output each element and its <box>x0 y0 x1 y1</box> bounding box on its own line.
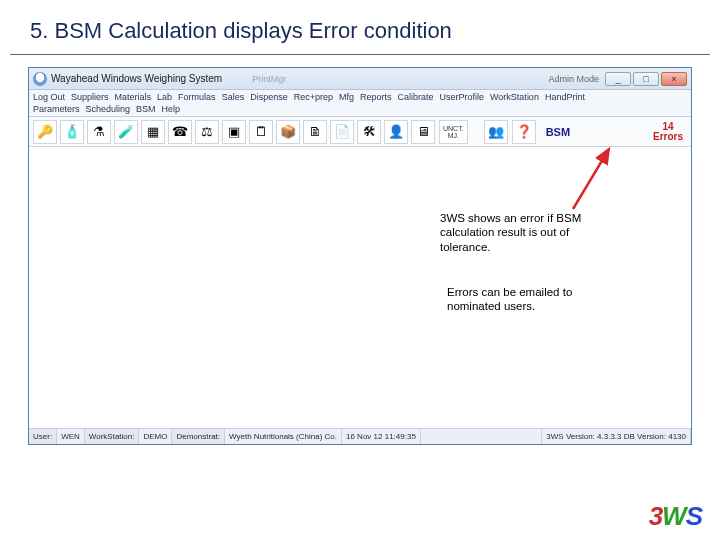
titlebar: Wayahead Windows Weighing System PrintMg… <box>29 68 691 90</box>
titlebar-faded: PrintMgr <box>252 74 286 84</box>
users-icon[interactable]: 👥 <box>484 120 508 144</box>
statusbar: User: WEN WorkStation: DEMO Demonstrat: … <box>29 428 691 444</box>
error-label: Errors <box>653 132 683 142</box>
help-icon[interactable]: ❓ <box>512 120 536 144</box>
status-user-value: WEN <box>57 429 85 444</box>
arrow-annotation <box>561 143 621 213</box>
menu-item-handprint[interactable]: HandPrint <box>545 92 585 102</box>
person-icon[interactable]: 👤 <box>384 120 408 144</box>
slide-title: 5. BSM Calculation displays Error condit… <box>10 0 710 55</box>
window-icon[interactable]: ▣ <box>222 120 246 144</box>
menu-item-calibrate[interactable]: Calibrate <box>397 92 433 102</box>
menu-item-parameters[interactable]: Parameters <box>33 104 80 114</box>
status-user-label: User: <box>29 429 57 444</box>
error-indicator[interactable]: 14 Errors <box>649 122 687 142</box>
unct-line1: UNCT. <box>443 125 464 132</box>
close-button[interactable]: × <box>661 72 687 86</box>
table-icon[interactable]: ▦ <box>141 120 165 144</box>
content-area: 3WS shows an error if BSM calculation re… <box>29 147 691 439</box>
monitor-icon[interactable]: 🖥 <box>411 120 435 144</box>
menu-item-lab[interactable]: Lab <box>157 92 172 102</box>
menu-item-workstation[interactable]: WorkStation <box>490 92 539 102</box>
menu-item-mfg[interactable]: Mfg <box>339 92 354 102</box>
menu-item-userprofile[interactable]: UserProfile <box>440 92 485 102</box>
menu-item-bsm[interactable]: BSM <box>136 104 156 114</box>
status-ws-label: WorkStation: <box>85 429 140 444</box>
titlebar-right-text: Admin Mode <box>548 74 599 84</box>
menu-item-rec-prep[interactable]: Rec+prep <box>294 92 333 102</box>
box-icon[interactable]: 📦 <box>276 120 300 144</box>
menu-item-log-out[interactable]: Log Out <box>33 92 65 102</box>
scale-icon[interactable]: ⚖ <box>195 120 219 144</box>
callout-2: Errors can be emailed to nominated users… <box>447 285 615 314</box>
error-count: 14 <box>653 122 683 132</box>
phone-icon[interactable]: ☎ <box>168 120 192 144</box>
menu-row-1: Log OutSuppliersMaterialsLabFormulasSale… <box>33 92 687 104</box>
key-icon[interactable]: 🔑 <box>33 120 57 144</box>
status-db-value: Wyeth Nutritionals (China) Co. <box>225 429 342 444</box>
menu-item-suppliers[interactable]: Suppliers <box>71 92 109 102</box>
status-db-label: Demonstrat: <box>172 429 225 444</box>
menu-item-reports[interactable]: Reports <box>360 92 392 102</box>
menu-item-formulas[interactable]: Formulas <box>178 92 216 102</box>
bsm-label: BSM <box>540 126 576 138</box>
status-ws-value: DEMO <box>139 429 172 444</box>
bottle-icon[interactable]: 🧴 <box>60 120 84 144</box>
status-time: 16 Nov 12 11:49:35 <box>342 429 421 444</box>
app-icon <box>33 72 47 86</box>
unct-line2: MJ. <box>448 132 459 139</box>
menubar: Log OutSuppliersMaterialsLabFormulasSale… <box>29 90 691 117</box>
doc-icon[interactable]: 🗎 <box>303 120 327 144</box>
flask-icon[interactable]: ⚗ <box>87 120 111 144</box>
svg-line-0 <box>573 149 609 209</box>
menu-item-sales[interactable]: Sales <box>222 92 245 102</box>
report-icon[interactable]: 📄 <box>330 120 354 144</box>
menu-item-materials[interactable]: Materials <box>115 92 152 102</box>
status-version: 3WS Version: 4.3.3.3 DB Version: 4130 <box>542 429 691 444</box>
toolbar: 🔑🧴⚗🧪▦☎⚖▣🗒📦🗎📄🛠👤🖥 UNCT. MJ. 👥 ❓ BSM 14 Err… <box>29 117 691 147</box>
window-title: Wayahead Windows Weighing System <box>51 73 222 84</box>
minimize-button[interactable]: _ <box>605 72 631 86</box>
form-icon[interactable]: 🗒 <box>249 120 273 144</box>
maximize-button[interactable]: □ <box>633 72 659 86</box>
menu-item-help[interactable]: Help <box>162 104 181 114</box>
app-window: Wayahead Windows Weighing System PrintMg… <box>28 67 692 445</box>
menu-item-dispense[interactable]: Dispense <box>250 92 288 102</box>
callout-1: 3WS shows an error if BSM calculation re… <box>440 211 615 254</box>
unct-block[interactable]: UNCT. MJ. <box>439 120 468 144</box>
brand-logo: 3WS <box>649 501 702 532</box>
beaker-icon[interactable]: 🧪 <box>114 120 138 144</box>
menu-item-scheduling[interactable]: Scheduling <box>86 104 131 114</box>
menu-row-2: ParametersSchedulingBSMHelp <box>33 104 687 116</box>
tools-icon[interactable]: 🛠 <box>357 120 381 144</box>
